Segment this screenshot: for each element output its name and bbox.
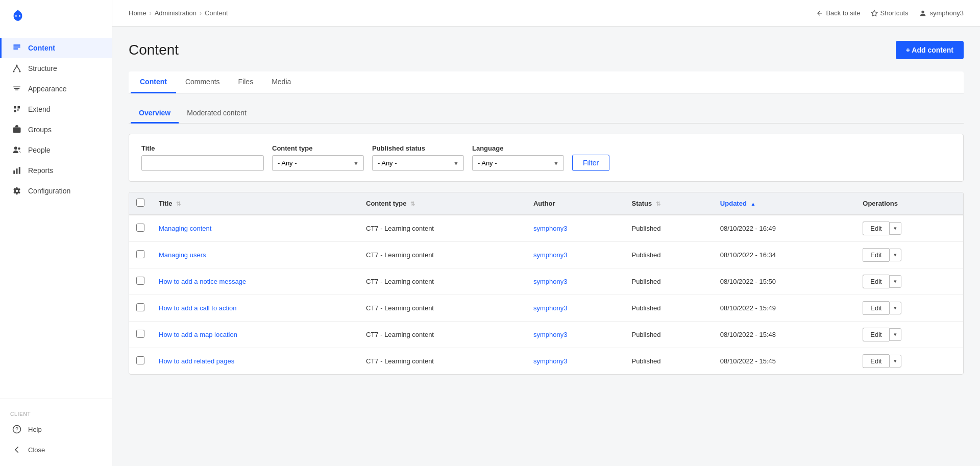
content-title-link[interactable]: How to add a map location xyxy=(159,331,237,338)
row-checkbox[interactable] xyxy=(136,303,144,311)
header-status: Status ⇅ xyxy=(624,192,713,215)
row-checkbox[interactable] xyxy=(136,277,144,285)
tab-files[interactable]: Files xyxy=(229,71,263,93)
author-link[interactable]: symphony3 xyxy=(533,251,567,259)
sidebar-item-close[interactable]: Close xyxy=(0,439,112,460)
row-content-type: CT7 - Learning content xyxy=(359,215,526,242)
edit-dropdown-button[interactable]: ▾ xyxy=(889,249,901,261)
edit-button[interactable]: Edit xyxy=(863,354,889,368)
back-to-site-link[interactable]: Back to site xyxy=(816,9,860,17)
row-operations: Edit ▾ xyxy=(855,215,963,242)
edit-button-group: Edit ▾ xyxy=(863,275,956,288)
filter-title-field: Title xyxy=(141,144,264,171)
tab-comments[interactable]: Comments xyxy=(176,71,229,93)
sidebar-item-structure-label: Structure xyxy=(28,64,57,72)
filter-content-type-field: Content type - Any - CT7 - Learning cont… xyxy=(272,144,364,171)
row-checkbox-cell xyxy=(129,215,152,242)
row-checkbox[interactable] xyxy=(136,330,144,338)
filter-title-input[interactable] xyxy=(141,155,264,171)
svg-point-19 xyxy=(921,10,924,13)
row-checkbox-cell xyxy=(129,242,152,268)
shortcuts-link[interactable]: Shortcuts xyxy=(871,9,909,17)
filter-button[interactable]: Filter xyxy=(572,155,609,171)
content-title-link[interactable]: How to add related pages xyxy=(159,357,234,365)
edit-button[interactable]: Edit xyxy=(863,248,889,262)
author-link[interactable]: symphony3 xyxy=(533,331,567,338)
row-author: symphony3 xyxy=(526,348,625,375)
edit-dropdown-button[interactable]: ▾ xyxy=(889,328,901,341)
edit-dropdown-button[interactable]: ▾ xyxy=(889,302,901,314)
sidebar-item-reports[interactable]: Reports xyxy=(0,160,112,181)
subtab-moderated[interactable]: Moderated content xyxy=(179,104,255,124)
sidebar-item-configuration[interactable]: Configuration xyxy=(0,181,112,201)
content-title-link[interactable]: Managing users xyxy=(159,251,206,259)
sidebar-item-help[interactable]: ? Help xyxy=(0,419,112,439)
sidebar-item-content-label: Content xyxy=(28,44,55,52)
sidebar-item-people[interactable]: People xyxy=(0,140,112,160)
breadcrumb-current: Content xyxy=(205,9,228,17)
sidebar-item-content[interactable]: Content xyxy=(0,38,112,58)
row-checkbox[interactable] xyxy=(136,356,144,364)
filter-language-select[interactable]: - Any - English French Spanish xyxy=(472,155,564,171)
filter-row: Title Content type - Any - CT7 - Learnin… xyxy=(141,144,951,171)
filter-title-label: Title xyxy=(141,144,264,152)
svg-line-9 xyxy=(17,66,20,71)
sidebar-item-close-label: Close xyxy=(28,446,45,454)
row-checkbox[interactable] xyxy=(136,250,144,258)
content-title-link[interactable]: How to add a notice message xyxy=(159,278,246,285)
content-title-link[interactable]: How to add a call to action xyxy=(159,304,236,312)
topbar-right: Back to site Shortcuts symphony3 xyxy=(816,9,964,17)
tab-media[interactable]: Media xyxy=(262,71,300,93)
sidebar-item-extend-label: Extend xyxy=(28,105,51,113)
page-title: Content xyxy=(129,42,179,58)
row-title: Managing users xyxy=(152,242,359,268)
edit-button[interactable]: Edit xyxy=(863,222,889,235)
author-link[interactable]: symphony3 xyxy=(533,304,567,312)
content-table-wrapper: Title ⇅ Content type ⇅ Author Status ⇅ xyxy=(129,192,964,375)
header-title[interactable]: Title ⇅ xyxy=(152,192,359,215)
edit-button[interactable]: Edit xyxy=(863,301,889,315)
extend-icon xyxy=(12,104,22,114)
content-title-link[interactable]: Managing content xyxy=(159,225,211,232)
edit-dropdown-button[interactable]: ▾ xyxy=(889,222,901,235)
breadcrumb-home[interactable]: Home xyxy=(129,9,146,17)
author-link[interactable]: symphony3 xyxy=(533,357,567,365)
row-operations: Edit ▾ xyxy=(855,322,963,348)
sidebar: Content Structure Appearance Extend Grou… xyxy=(0,0,112,466)
sidebar-item-groups[interactable]: Groups xyxy=(0,119,112,140)
user-menu[interactable]: symphony3 xyxy=(919,9,964,17)
row-status: Published xyxy=(624,322,713,348)
filter-content-type-select[interactable]: - Any - CT7 - Learning content Basic pag… xyxy=(272,155,364,171)
breadcrumb-administration[interactable]: Administration xyxy=(155,9,197,17)
sidebar-item-appearance[interactable]: Appearance xyxy=(0,79,112,99)
row-checkbox-cell xyxy=(129,268,152,295)
subtab-overview[interactable]: Overview xyxy=(131,104,179,124)
sidebar-item-appearance-label: Appearance xyxy=(28,85,67,93)
sidebar-item-extend[interactable]: Extend xyxy=(0,99,112,119)
edit-button[interactable]: Edit xyxy=(863,275,889,288)
row-updated: 08/10/2022 - 16:34 xyxy=(713,242,855,268)
row-content-type: CT7 - Learning content xyxy=(359,322,526,348)
edit-dropdown-button[interactable]: ▾ xyxy=(889,355,901,367)
select-all-checkbox[interactable] xyxy=(136,199,144,207)
appearance-icon xyxy=(12,84,22,94)
author-link[interactable]: symphony3 xyxy=(533,278,567,285)
add-content-button[interactable]: + Add content xyxy=(896,41,964,59)
content-type-handle-icon: ⇅ xyxy=(410,201,415,207)
row-checkbox[interactable] xyxy=(136,224,144,232)
help-icon: ? xyxy=(12,424,22,434)
tab-content[interactable]: Content xyxy=(131,71,176,93)
row-operations: Edit ▾ xyxy=(855,348,963,375)
subtabs-bar: Overview Moderated content xyxy=(129,104,964,124)
author-link[interactable]: symphony3 xyxy=(533,225,567,232)
filter-status-select[interactable]: - Any - Published Unpublished xyxy=(372,155,464,171)
svg-rect-13 xyxy=(13,170,15,174)
row-checkbox-cell xyxy=(129,295,152,322)
updated-sort-icon: ▲ xyxy=(750,201,755,207)
breadcrumb-sep-1: › xyxy=(150,10,152,17)
sidebar-item-structure[interactable]: Structure xyxy=(0,58,112,79)
header-updated[interactable]: Updated ▲ xyxy=(713,192,855,215)
row-author: symphony3 xyxy=(526,242,625,268)
edit-dropdown-button[interactable]: ▾ xyxy=(889,275,901,288)
edit-button[interactable]: Edit xyxy=(863,328,889,341)
